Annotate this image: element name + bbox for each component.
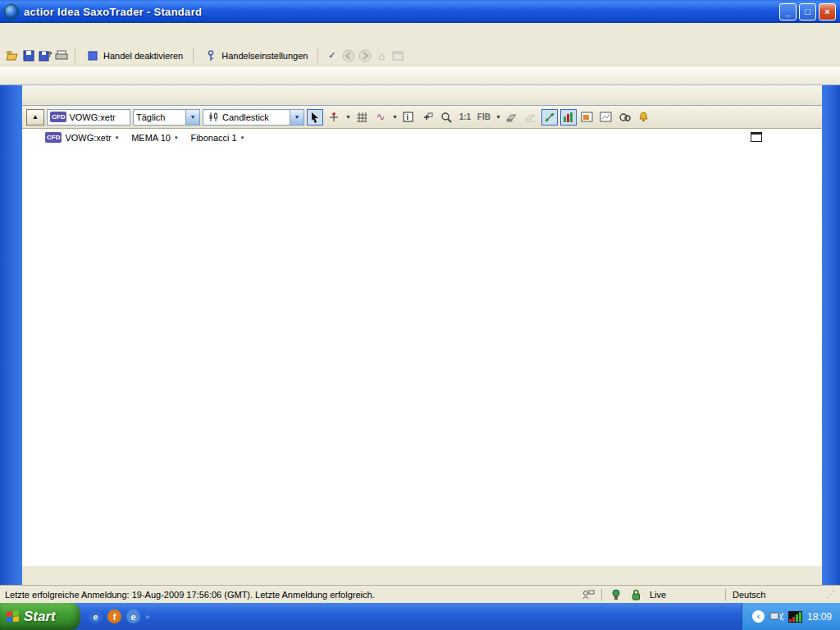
- trendline-tool-button[interactable]: [541, 109, 558, 126]
- resize-grip[interactable]: ⋰: [826, 589, 835, 600]
- erase-all-tool-button[interactable]: [523, 109, 539, 126]
- legend-fibonacci[interactable]: Fibonacci 1 ▾: [190, 133, 244, 143]
- period-value: Täglich: [136, 112, 165, 122]
- status-separator: [601, 589, 602, 600]
- chevron-down-icon[interactable]: ▼: [392, 114, 398, 120]
- crosshair-tool-button[interactable]: [326, 109, 342, 126]
- cfd-badge-icon: CFD: [50, 112, 66, 122]
- main-toolbar: ? Handel deaktivieren Handelseinstellung…: [0, 45, 840, 66]
- save-as-icon[interactable]: ?: [38, 49, 52, 62]
- indicators-panel-button[interactable]: [560, 109, 577, 126]
- chart-type-combo[interactable]: Candlestick ▼: [203, 109, 304, 126]
- windows-flag-icon: [7, 610, 19, 623]
- annotation-tool-button[interactable]: [419, 109, 436, 126]
- legend-ma[interactable]: MEMA 10 ▾: [131, 133, 177, 143]
- quick-launch-more-icon[interactable]: »: [145, 613, 149, 621]
- chart-tab-bar: [22, 85, 822, 106]
- network-monitor-icon[interactable]: [769, 610, 783, 623]
- chevron-down-icon[interactable]: ▼: [345, 114, 351, 120]
- secure-lock-icon[interactable]: [629, 588, 643, 601]
- save-icon[interactable]: [21, 49, 35, 62]
- period-combo[interactable]: Täglich ▼: [133, 109, 200, 126]
- minimize-button[interactable]: _: [779, 3, 797, 21]
- titlebar[interactable]: actior Idea SaxoTrader - Standard _ □ ×: [0, 0, 840, 23]
- trade-disable-label: Handel deaktivieren: [103, 51, 183, 61]
- trade-disable-button[interactable]: Handel deaktivieren: [82, 48, 186, 63]
- trade-settings-button[interactable]: Handelseinstellungen: [200, 48, 311, 63]
- taskbar: Start e f e » ‹ 18:09: [0, 603, 840, 630]
- news-ticker-row: [22, 566, 822, 585]
- forward-icon[interactable]: [358, 49, 372, 62]
- chart-canvas: [22, 129, 822, 566]
- chart-type-value: Candlestick: [222, 112, 269, 122]
- ie-quick-launch-icon[interactable]: e: [89, 609, 103, 623]
- svg-text:i: i: [407, 113, 409, 121]
- indicator-wave-button[interactable]: ∿: [372, 109, 389, 126]
- cfd-badge-icon: CFD: [45, 132, 62, 143]
- toolbar-separator: [317, 48, 318, 63]
- confirm-check-icon[interactable]: ✓: [325, 49, 339, 62]
- window-frame-icon[interactable]: [390, 49, 404, 62]
- svg-text:?: ?: [48, 50, 52, 58]
- application-window: actior Idea SaxoTrader - Standard _ □ × …: [0, 0, 840, 630]
- chart-settings-button[interactable]: [579, 109, 596, 126]
- status-bar: Letzte erfolgreiche Anmeldung: 19-Aug-20…: [0, 585, 840, 603]
- quick-launch: e f e »: [89, 609, 149, 623]
- chevron-down-icon[interactable]: ▾: [241, 135, 244, 141]
- instrument-value: VOWG:xetr: [69, 112, 115, 122]
- left-dock-strip: [0, 85, 22, 603]
- app-logo-icon: [4, 4, 19, 19]
- legend-instrument-label: VOWG:xetr: [65, 133, 111, 143]
- chart-toolbar: ▲ CFD VOWG:xetr Täglich ▼ Candlestick ▼ …: [22, 106, 822, 129]
- legend-fib-label: Fibonacci 1: [190, 133, 236, 143]
- collapse-up-button[interactable]: ▲: [26, 109, 44, 126]
- chart-maximize-button[interactable]: [751, 132, 762, 142]
- print-icon[interactable]: [54, 49, 68, 62]
- instrument-combo[interactable]: CFD VOWG:xetr: [47, 109, 130, 126]
- chevron-down-icon[interactable]: ▼: [185, 110, 199, 125]
- window-title: actior Idea SaxoTrader - Standard: [24, 6, 777, 18]
- candlestick-icon: [206, 111, 220, 124]
- eraser-tool-button[interactable]: [504, 109, 520, 126]
- menu-bar: [0, 23, 840, 45]
- firefox-quick-launch-icon[interactable]: f: [107, 609, 121, 623]
- alert-bell-icon[interactable]: [636, 109, 652, 126]
- right-dock-strip: [822, 85, 840, 603]
- legend-ma-label: MEMA 10: [131, 133, 171, 143]
- info-tool-button[interactable]: i: [400, 109, 417, 126]
- toolbar-separator: [75, 48, 75, 63]
- toolbar-separator: [193, 48, 194, 63]
- open-folder-icon[interactable]: [5, 49, 19, 62]
- connection-globe-icon[interactable]: [609, 588, 623, 601]
- maximize-button[interactable]: □: [799, 3, 816, 21]
- start-label: Start: [24, 609, 56, 625]
- status-separator: [725, 589, 726, 600]
- zoom-tool-button[interactable]: [438, 109, 454, 126]
- chat-status-icon[interactable]: [581, 588, 595, 601]
- cursor-tool-button[interactable]: [307, 109, 323, 126]
- back-icon[interactable]: [341, 49, 355, 62]
- close-button[interactable]: ×: [819, 3, 836, 21]
- home-icon[interactable]: ⌂: [374, 49, 388, 62]
- volume-level-icon[interactable]: [788, 611, 802, 623]
- start-button[interactable]: Start: [0, 603, 80, 630]
- chart-plot-area[interactable]: CFD VOWG:xetr ▾ MEMA 10 ▾ Fibonacci 1 ▾: [22, 129, 822, 566]
- fibonacci-tool-button[interactable]: FIB: [476, 109, 492, 126]
- legend-instrument[interactable]: CFD VOWG:xetr ▾: [45, 132, 118, 143]
- chevron-down-icon[interactable]: ▼: [290, 110, 304, 125]
- connection-mode: Live: [650, 590, 719, 600]
- system-tray: ‹ 18:09: [742, 603, 840, 630]
- app-tab-bar: [0, 66, 840, 85]
- chevron-down-icon[interactable]: ▾: [175, 135, 178, 141]
- one-to-one-scale-button[interactable]: 1:1: [457, 109, 473, 126]
- link-rings-icon[interactable]: [617, 109, 633, 126]
- chart-template-button[interactable]: [598, 109, 614, 126]
- taskbar-clock: 18:09: [807, 611, 832, 623]
- grid-tool-button[interactable]: [354, 109, 370, 126]
- ie-quick-launch-icon[interactable]: e: [126, 609, 140, 623]
- language-indicator[interactable]: Deutsch: [733, 590, 819, 600]
- tray-collapse-icon[interactable]: ‹: [752, 610, 765, 623]
- chevron-down-icon[interactable]: ▾: [116, 135, 119, 141]
- chart-legend: CFD VOWG:xetr ▾ MEMA 10 ▾ Fibonacci 1 ▾: [45, 132, 244, 143]
- chevron-down-icon[interactable]: ▼: [495, 114, 501, 120]
